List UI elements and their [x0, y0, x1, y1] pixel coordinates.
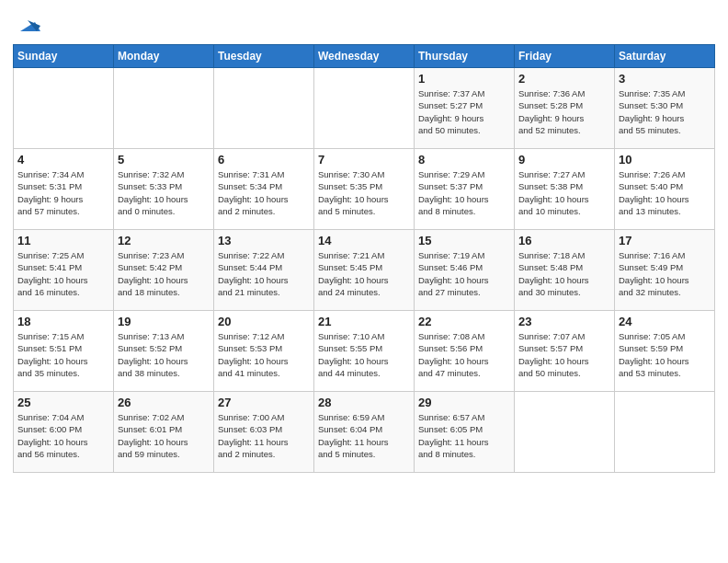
calendar-cell: 17Sunrise: 7:16 AMSunset: 5:49 PMDayligh…: [615, 230, 715, 311]
calendar-cell: 15Sunrise: 7:19 AMSunset: 5:46 PMDayligh…: [415, 230, 515, 311]
calendar-cell: 29Sunrise: 6:57 AMSunset: 6:05 PMDayligh…: [415, 392, 515, 473]
calendar-cell: 10Sunrise: 7:26 AMSunset: 5:40 PMDayligh…: [615, 149, 715, 230]
day-info: Sunrise: 7:25 AMSunset: 5:41 PMDaylight:…: [17, 249, 109, 298]
day-number: 5: [118, 153, 210, 167]
day-number: 2: [518, 72, 610, 86]
day-info: Sunrise: 7:22 AMSunset: 5:44 PMDaylight:…: [218, 249, 310, 298]
calendar-cell: 25Sunrise: 7:04 AMSunset: 6:00 PMDayligh…: [14, 392, 114, 473]
calendar-cell: 28Sunrise: 6:59 AMSunset: 6:04 PMDayligh…: [314, 392, 415, 473]
calendar-cell: 11Sunrise: 7:25 AMSunset: 5:41 PMDayligh…: [14, 230, 114, 311]
calendar-week-2: 4Sunrise: 7:34 AMSunset: 5:31 PMDaylight…: [14, 149, 715, 230]
calendar-cell: 24Sunrise: 7:05 AMSunset: 5:59 PMDayligh…: [615, 311, 715, 392]
day-number: 12: [118, 234, 210, 247]
calendar-cell: 5Sunrise: 7:32 AMSunset: 5:33 PMDaylight…: [114, 149, 214, 230]
calendar-cell: [314, 68, 415, 149]
day-info: Sunrise: 7:02 AMSunset: 6:01 PMDaylight:…: [118, 411, 210, 460]
day-info: Sunrise: 7:30 AMSunset: 5:35 PMDaylight:…: [318, 168, 410, 217]
day-info: Sunrise: 6:57 AMSunset: 6:05 PMDaylight:…: [418, 411, 510, 460]
day-info: Sunrise: 7:10 AMSunset: 5:55 PMDaylight:…: [318, 330, 410, 379]
day-number: 21: [318, 315, 410, 328]
day-info: Sunrise: 7:15 AMSunset: 5:51 PMDaylight:…: [17, 330, 109, 379]
day-number: 15: [418, 234, 510, 247]
day-info: Sunrise: 7:19 AMSunset: 5:46 PMDaylight:…: [418, 249, 510, 298]
day-number: 20: [218, 315, 310, 328]
weekday-header-saturday: Saturday: [615, 45, 715, 68]
day-info: Sunrise: 7:29 AMSunset: 5:37 PMDaylight:…: [418, 168, 510, 217]
day-number: 23: [518, 315, 610, 328]
calendar-week-1: 1Sunrise: 7:37 AMSunset: 5:27 PMDaylight…: [14, 68, 715, 149]
calendar-cell: 26Sunrise: 7:02 AMSunset: 6:01 PMDayligh…: [114, 392, 214, 473]
day-info: Sunrise: 7:37 AMSunset: 5:27 PMDaylight:…: [418, 87, 510, 136]
day-info: Sunrise: 7:16 AMSunset: 5:49 PMDaylight:…: [619, 249, 711, 298]
day-info: Sunrise: 7:18 AMSunset: 5:48 PMDaylight:…: [518, 249, 610, 298]
calendar-cell: [214, 68, 314, 149]
day-number: 4: [17, 153, 109, 167]
day-number: 18: [17, 315, 109, 328]
day-info: Sunrise: 7:34 AMSunset: 5:31 PMDaylight:…: [17, 168, 109, 217]
weekday-header-thursday: Thursday: [415, 45, 515, 68]
calendar-cell: [615, 392, 715, 473]
calendar-table: SundayMondayTuesdayWednesdayThursdayFrid…: [13, 44, 715, 473]
calendar-cell: 21Sunrise: 7:10 AMSunset: 5:55 PMDayligh…: [314, 311, 415, 392]
day-number: 6: [218, 153, 310, 167]
day-number: 3: [619, 72, 711, 86]
calendar-cell: 27Sunrise: 7:00 AMSunset: 6:03 PMDayligh…: [214, 392, 314, 473]
calendar-cell: 20Sunrise: 7:12 AMSunset: 5:53 PMDayligh…: [214, 311, 314, 392]
calendar-week-5: 25Sunrise: 7:04 AMSunset: 6:00 PMDayligh…: [14, 392, 715, 473]
calendar-cell: 14Sunrise: 7:21 AMSunset: 5:45 PMDayligh…: [314, 230, 415, 311]
calendar-week-3: 11Sunrise: 7:25 AMSunset: 5:41 PMDayligh…: [14, 230, 715, 311]
day-info: Sunrise: 6:59 AMSunset: 6:04 PMDaylight:…: [318, 411, 410, 460]
calendar-cell: 7Sunrise: 7:30 AMSunset: 5:35 PMDaylight…: [314, 149, 415, 230]
day-number: 22: [418, 315, 510, 328]
calendar-cell: [515, 392, 615, 473]
calendar-cell: 16Sunrise: 7:18 AMSunset: 5:48 PMDayligh…: [515, 230, 615, 311]
day-number: 13: [218, 234, 310, 247]
day-number: 14: [318, 234, 410, 247]
day-number: 10: [619, 153, 711, 167]
day-number: 9: [518, 153, 610, 167]
calendar-cell: 18Sunrise: 7:15 AMSunset: 5:51 PMDayligh…: [14, 311, 114, 392]
calendar-cell: 3Sunrise: 7:35 AMSunset: 5:30 PMDaylight…: [615, 68, 715, 149]
calendar-cell: 13Sunrise: 7:22 AMSunset: 5:44 PMDayligh…: [214, 230, 314, 311]
day-info: Sunrise: 7:08 AMSunset: 5:56 PMDaylight:…: [418, 330, 510, 379]
day-info: Sunrise: 7:13 AMSunset: 5:52 PMDaylight:…: [118, 330, 210, 379]
day-number: 26: [118, 396, 210, 409]
day-info: Sunrise: 7:26 AMSunset: 5:40 PMDaylight:…: [619, 168, 711, 217]
calendar-cell: 12Sunrise: 7:23 AMSunset: 5:42 PMDayligh…: [114, 230, 214, 311]
weekday-header-monday: Monday: [114, 45, 214, 68]
header: [13, 9, 715, 39]
day-number: 25: [17, 396, 109, 409]
day-info: Sunrise: 7:36 AMSunset: 5:28 PMDaylight:…: [518, 87, 610, 136]
day-info: Sunrise: 7:27 AMSunset: 5:38 PMDaylight:…: [518, 168, 610, 217]
weekday-header-row: SundayMondayTuesdayWednesdayThursdayFrid…: [14, 45, 715, 68]
day-number: 11: [17, 234, 109, 247]
day-info: Sunrise: 7:05 AMSunset: 5:59 PMDaylight:…: [619, 330, 711, 379]
day-info: Sunrise: 7:31 AMSunset: 5:34 PMDaylight:…: [218, 168, 310, 217]
day-number: 1: [418, 72, 510, 86]
day-info: Sunrise: 7:04 AMSunset: 6:00 PMDaylight:…: [17, 411, 109, 460]
calendar-cell: 2Sunrise: 7:36 AMSunset: 5:28 PMDaylight…: [515, 68, 615, 149]
day-number: 17: [619, 234, 711, 247]
calendar-cell: 6Sunrise: 7:31 AMSunset: 5:34 PMDaylight…: [214, 149, 314, 230]
day-number: 8: [418, 153, 510, 167]
day-number: 19: [118, 315, 210, 328]
day-info: Sunrise: 7:35 AMSunset: 5:30 PMDaylight:…: [619, 87, 711, 136]
calendar-cell: 4Sunrise: 7:34 AMSunset: 5:31 PMDaylight…: [14, 149, 114, 230]
day-info: Sunrise: 7:00 AMSunset: 6:03 PMDaylight:…: [218, 411, 310, 460]
calendar-cell: 23Sunrise: 7:07 AMSunset: 5:57 PMDayligh…: [515, 311, 615, 392]
day-number: 28: [318, 396, 410, 409]
logo-icon: [15, 13, 40, 39]
calendar-cell: 22Sunrise: 7:08 AMSunset: 5:56 PMDayligh…: [415, 311, 515, 392]
main-container: SundayMondayTuesdayWednesdayThursdayFrid…: [0, 0, 728, 478]
day-number: 29: [418, 396, 510, 409]
day-info: Sunrise: 7:12 AMSunset: 5:53 PMDaylight:…: [218, 330, 310, 379]
day-info: Sunrise: 7:23 AMSunset: 5:42 PMDaylight:…: [118, 249, 210, 298]
weekday-header-wednesday: Wednesday: [314, 45, 415, 68]
weekday-header-friday: Friday: [515, 45, 615, 68]
day-number: 27: [218, 396, 310, 409]
calendar-cell: 1Sunrise: 7:37 AMSunset: 5:27 PMDaylight…: [415, 68, 515, 149]
day-info: Sunrise: 7:32 AMSunset: 5:33 PMDaylight:…: [118, 168, 210, 217]
weekday-header-sunday: Sunday: [14, 45, 114, 68]
calendar-cell: 19Sunrise: 7:13 AMSunset: 5:52 PMDayligh…: [114, 311, 214, 392]
logo: [13, 13, 40, 39]
